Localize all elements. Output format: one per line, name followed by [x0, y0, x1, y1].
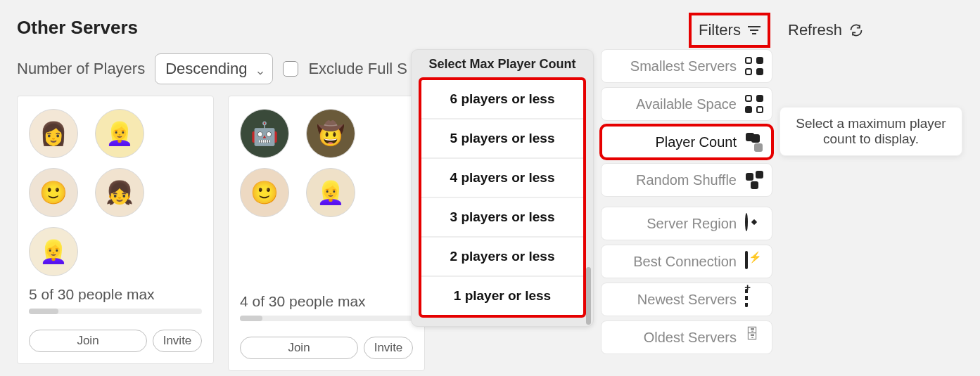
max-player-dropdown: Select Max Player Count 6 players or les…: [411, 49, 594, 327]
invite-button[interactable]: Invite: [153, 330, 202, 352]
avatar: 🙂: [240, 168, 289, 217]
player-count-tooltip: Select a maximum player count to display…: [779, 107, 962, 156]
filter-oldest-servers[interactable]: Oldest Servers: [601, 320, 772, 354]
server-card: 👩 👱‍♀️ 🙂 👧 👱‍♀️ 5 of 30 people max Join …: [17, 96, 214, 364]
grid-small-icon: [745, 57, 763, 75]
avatar-row: 🤖 🤠 🙂 👱‍♀️: [240, 109, 413, 217]
filters-button[interactable]: Filters: [689, 13, 770, 48]
filter-label: Newest Servers: [610, 292, 738, 308]
refresh-label: Refresh: [788, 21, 842, 39]
filters-label: Filters: [699, 21, 741, 39]
filter-newest-servers[interactable]: Newest Servers: [601, 283, 772, 316]
dropdown-item[interactable]: 6 players or less: [421, 80, 583, 119]
globe-icon: [745, 214, 763, 233]
avatar: 👱‍♀️: [95, 109, 144, 158]
dropdown-item[interactable]: 4 players or less: [421, 159, 583, 198]
avatar: 🤖: [240, 109, 289, 158]
avatar: 👩: [29, 109, 78, 158]
dropdown-title: Select Max Player Count: [419, 57, 586, 72]
avatar: 🙂: [29, 168, 78, 217]
avatar: 👱‍♀️: [29, 227, 78, 276]
sort-select[interactable]: Descending: [155, 53, 273, 84]
progress-track: [240, 316, 413, 321]
avatar: 👧: [95, 168, 144, 217]
filter-player-count[interactable]: Player Count: [601, 125, 772, 159]
filter-server-region[interactable]: Server Region: [601, 207, 772, 240]
filter-available-space[interactable]: Available Space: [601, 87, 772, 121]
avatar: 👱‍♀️: [306, 168, 355, 217]
progress-fill: [240, 316, 262, 321]
filter-label: Oldest Servers: [610, 330, 738, 346]
exclude-full-label: Exclude Full S: [308, 60, 407, 78]
dropdown-item[interactable]: 2 players or less: [421, 238, 583, 277]
filter-label: Server Region: [610, 216, 738, 232]
filter-smallest-servers[interactable]: Smallest Servers: [601, 49, 772, 83]
progress-fill: [29, 309, 58, 314]
filter-best-connection[interactable]: Best Connection: [601, 245, 772, 278]
players-label: Number of Players: [17, 60, 145, 78]
server-card: 🤖 🤠 🙂 👱‍♀️ 4 of 30 people max Join Invit…: [228, 96, 425, 371]
player-count-icon: [745, 133, 763, 151]
filter-icon: [748, 26, 761, 34]
filter-label: Smallest Servers: [610, 58, 738, 74]
exclude-full-checkbox[interactable]: [283, 61, 298, 77]
join-button[interactable]: Join: [29, 330, 147, 352]
join-button[interactable]: Join: [240, 337, 358, 359]
player-count-text: 5 of 30 people max: [29, 286, 202, 303]
new-box-icon: [745, 290, 763, 309]
grid-space-icon: [745, 95, 763, 113]
filter-label: Available Space: [610, 96, 738, 112]
section-title: Other Servers: [17, 17, 138, 39]
avatar-row: 👩 👱‍♀️ 🙂 👧 👱‍♀️: [29, 109, 202, 276]
filter-random-shuffle[interactable]: Random Shuffle: [601, 163, 772, 197]
filter-menu: Smallest Servers Available Space Player …: [601, 49, 772, 354]
dice-icon: [745, 171, 763, 189]
dropdown-item[interactable]: 1 player or less: [421, 277, 583, 315]
sort-value: Descending: [165, 60, 247, 77]
refresh-button[interactable]: Refresh: [788, 21, 863, 39]
avatar: 🤠: [306, 109, 355, 158]
dropdown-item[interactable]: 3 players or less: [421, 198, 583, 238]
filter-label: Random Shuffle: [610, 172, 738, 188]
refresh-icon: [849, 23, 863, 37]
progress-track: [29, 309, 202, 314]
filter-label: Best Connection: [610, 254, 738, 270]
archive-icon: [745, 328, 763, 346]
scrollbar-thumb[interactable]: [586, 267, 591, 325]
dropdown-item[interactable]: 5 players or less: [421, 119, 583, 159]
chevron-down-icon: [255, 64, 265, 74]
invite-button[interactable]: Invite: [364, 337, 413, 359]
filter-label: Player Count: [610, 134, 738, 150]
dropdown-list: 6 players or less 5 players or less 4 pl…: [419, 77, 586, 318]
player-count-text: 4 of 30 people max: [240, 293, 413, 310]
bolt-icon: [745, 252, 763, 271]
